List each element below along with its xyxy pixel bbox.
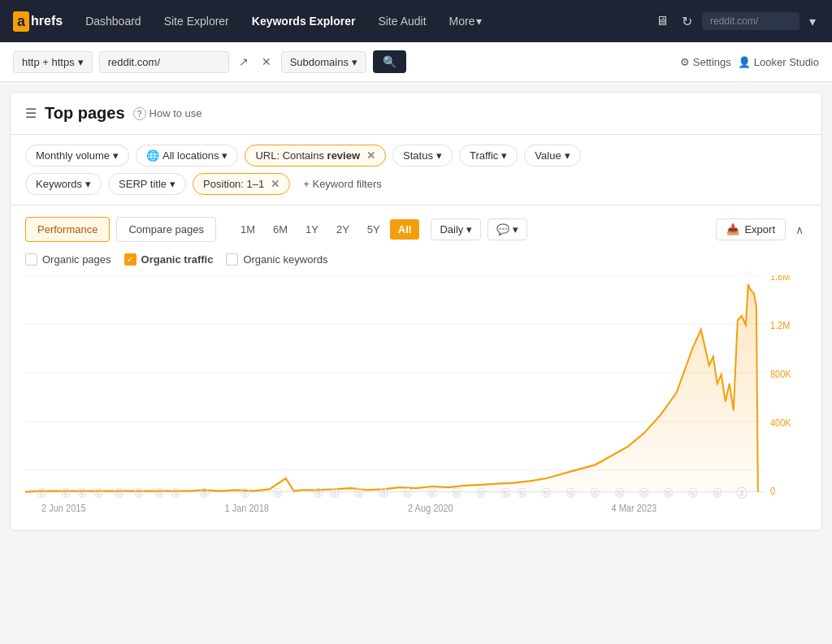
nav-more[interactable]: More ▾ bbox=[440, 8, 492, 34]
position-filter-close-icon[interactable]: ✕ bbox=[271, 178, 280, 190]
collapse-icon: ∧ bbox=[795, 223, 804, 236]
logo-text: hrefs bbox=[31, 14, 63, 28]
all-locations-label: All locations bbox=[162, 149, 219, 162]
time-controls: 1M 6M 1Y 2Y 5Y All bbox=[232, 219, 419, 240]
organic-pages-label: Organic pages bbox=[42, 253, 111, 266]
keyword-filters-label: + Keyword filters bbox=[303, 178, 381, 190]
keyword-filters-button[interactable]: + Keyword filters bbox=[297, 174, 388, 194]
export-icon: 📥 bbox=[726, 223, 739, 236]
nav-chevron-down-icon[interactable]: ▾ bbox=[806, 11, 819, 32]
url-contains-filter[interactable]: URL: Contains review ✕ bbox=[245, 145, 386, 166]
serp-title-label: SERP title bbox=[119, 178, 167, 190]
organic-pages-checkbox[interactable]: Organic pages bbox=[25, 253, 111, 266]
serp-title-filter[interactable]: SERP title ▾ bbox=[108, 173, 186, 195]
top-nav: a hrefs Dashboard Site Explorer Keywords… bbox=[0, 0, 832, 42]
svg-text:G: G bbox=[316, 490, 321, 497]
search-button[interactable]: 🔍 bbox=[373, 50, 406, 73]
settings-button[interactable]: ⚙ Settings bbox=[680, 56, 731, 68]
url-filter-label: URL: Contains review bbox=[255, 149, 360, 162]
nav-url-text: reddit.com/ bbox=[710, 15, 758, 27]
nav-keywords-explorer[interactable]: Keywords Explorer bbox=[242, 8, 366, 34]
nav-site-explorer[interactable]: Site Explorer bbox=[154, 8, 239, 34]
svg-text:G: G bbox=[117, 490, 122, 497]
time-5y[interactable]: 5Y bbox=[359, 219, 388, 240]
close-url-icon[interactable]: ✕ bbox=[258, 52, 275, 71]
svg-text:G: G bbox=[381, 490, 386, 497]
y-axis-labels: 1.6M 1.2M 800K 400K 0 bbox=[770, 275, 791, 496]
svg-text:2 Aug 2020: 2 Aug 2020 bbox=[408, 503, 453, 514]
daily-chevron-icon: ▾ bbox=[466, 223, 472, 236]
svg-text:G: G bbox=[80, 490, 84, 497]
collapse-button[interactable]: ∧ bbox=[792, 220, 807, 240]
protocol-chevron-icon: ▾ bbox=[78, 56, 84, 68]
url-filter-close-icon[interactable]: ✕ bbox=[366, 149, 375, 162]
subdomains-chevron-icon: ▾ bbox=[352, 56, 358, 68]
nav-dashboard[interactable]: Dashboard bbox=[76, 8, 151, 34]
monthly-volume-label: Monthly volume bbox=[36, 149, 110, 162]
position-filter[interactable]: Position: 1–1 ✕ bbox=[193, 173, 290, 195]
time-all[interactable]: All bbox=[390, 219, 420, 240]
svg-text:G: G bbox=[39, 490, 44, 497]
value-filter[interactable]: Value ▾ bbox=[524, 145, 580, 166]
organic-traffic-checkbox[interactable]: Organic traffic bbox=[124, 253, 214, 266]
svg-text:1.2M: 1.2M bbox=[770, 319, 790, 331]
settings-label: Settings bbox=[693, 56, 731, 68]
organic-traffic-checkbox-box bbox=[124, 253, 136, 266]
traffic-chevron-icon: ▾ bbox=[501, 149, 507, 162]
daily-selector[interactable]: Daily ▾ bbox=[431, 218, 481, 240]
svg-text:1.6M: 1.6M bbox=[770, 275, 790, 282]
status-filter[interactable]: Status ▾ bbox=[392, 145, 453, 166]
looker-studio-button[interactable]: 👤 Looker Studio bbox=[738, 56, 819, 68]
performance-tab[interactable]: Performance bbox=[25, 217, 110, 242]
svg-text:800K: 800K bbox=[770, 368, 791, 379]
time-1y[interactable]: 1Y bbox=[297, 219, 327, 240]
refresh-icon[interactable]: ↻ bbox=[678, 11, 696, 32]
keywords-filter[interactable]: Keywords ▾ bbox=[25, 173, 102, 195]
time-1m[interactable]: 1M bbox=[232, 219, 263, 240]
nav-site-audit[interactable]: Site Audit bbox=[368, 8, 436, 34]
svg-text:G: G bbox=[479, 490, 483, 497]
subdomains-text: Subdomains bbox=[290, 56, 349, 68]
compare-pages-tab[interactable]: Compare pages bbox=[116, 217, 216, 242]
hamburger-icon[interactable]: ☰ bbox=[25, 106, 37, 121]
organic-traffic-label: Organic traffic bbox=[141, 253, 214, 266]
svg-text:G: G bbox=[202, 490, 207, 497]
icon-btn-chevron: ▾ bbox=[513, 223, 518, 236]
svg-text:G: G bbox=[454, 490, 459, 497]
value-label: Value bbox=[535, 149, 561, 162]
chart-type-button[interactable]: 💬 ▾ bbox=[488, 218, 527, 240]
all-locations-chevron-icon: ▾ bbox=[222, 149, 228, 162]
svg-text:1 Jan 2018: 1 Jan 2018 bbox=[225, 503, 269, 514]
organic-keywords-checkbox[interactable]: Organic keywords bbox=[226, 253, 327, 266]
svg-text:G: G bbox=[96, 490, 101, 497]
logo[interactable]: a hrefs bbox=[13, 11, 63, 32]
how-to-use-label: How to use bbox=[150, 107, 202, 119]
open-external-icon[interactable]: ↗ bbox=[236, 52, 252, 71]
filters-row-1: Monthly volume ▾ 🌐 All locations ▾ URL: … bbox=[25, 145, 807, 166]
protocol-selector[interactable]: http + https ▾ bbox=[13, 51, 93, 73]
nav-url-display: reddit.com/ bbox=[702, 12, 800, 30]
keywords-chevron-icon: ▾ bbox=[85, 178, 91, 190]
svg-text:G: G bbox=[666, 490, 671, 497]
monitor-icon[interactable]: 🖥 bbox=[652, 11, 672, 32]
monthly-volume-filter[interactable]: Monthly volume ▾ bbox=[25, 145, 129, 166]
how-to-use-button[interactable]: ? How to use bbox=[133, 107, 202, 120]
time-6m[interactable]: 6M bbox=[265, 219, 296, 240]
time-2y[interactable]: 2Y bbox=[328, 219, 358, 240]
performance-controls: Performance Compare pages 1M 6M 1Y 2Y 5Y… bbox=[25, 217, 807, 242]
svg-text:2: 2 bbox=[740, 489, 744, 498]
svg-text:G: G bbox=[569, 490, 574, 497]
all-locations-filter[interactable]: 🌐 All locations ▾ bbox=[136, 145, 238, 166]
logo-a-letter: a bbox=[13, 11, 29, 32]
subdomains-selector[interactable]: Subdomains ▾ bbox=[281, 51, 366, 73]
page-header: ☰ Top pages ? How to use bbox=[11, 93, 821, 135]
serp-title-chevron-icon: ▾ bbox=[170, 178, 176, 190]
export-button[interactable]: 📥 Export bbox=[716, 218, 786, 240]
traffic-filter[interactable]: Traffic ▾ bbox=[459, 145, 518, 166]
url-input[interactable]: reddit.com/ bbox=[99, 51, 229, 73]
svg-text:2 Jun 2015: 2 Jun 2015 bbox=[41, 503, 85, 514]
svg-text:4 Mar 2023: 4 Mar 2023 bbox=[611, 503, 656, 514]
value-chevron-icon: ▾ bbox=[565, 149, 570, 162]
looker-icon: 👤 bbox=[738, 56, 751, 68]
organic-pages-checkbox-box bbox=[25, 253, 37, 266]
